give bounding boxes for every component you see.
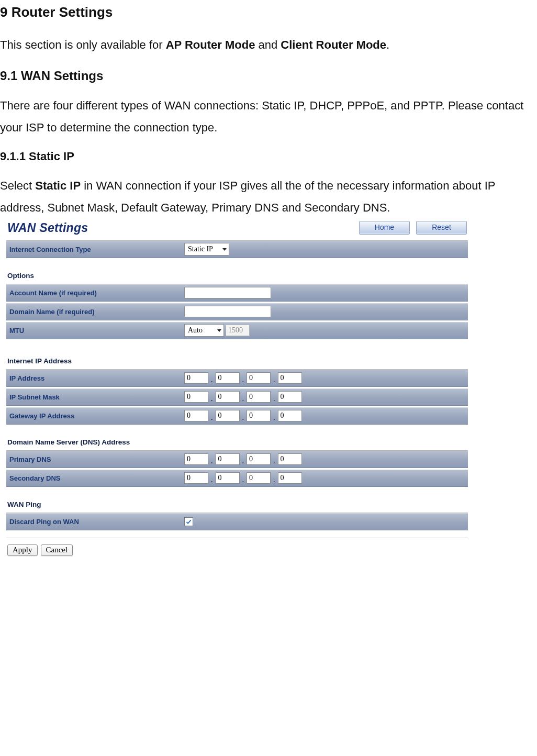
ip-octet-input[interactable] — [278, 372, 302, 384]
section-internet-ip: Internet IP Address — [7, 357, 468, 365]
apply-button[interactable]: Apply — [7, 544, 38, 556]
ip-octet-input[interactable] — [184, 372, 208, 384]
pdns-octet-input[interactable] — [247, 453, 271, 465]
text-bold: AP Router Mode — [166, 38, 255, 51]
dot: . — [210, 457, 214, 465]
sdns-octet-input[interactable] — [278, 472, 302, 484]
label-account-name: Account Name (if required) — [9, 289, 184, 297]
row-ip-address: IP Address . . . — [6, 370, 468, 387]
reset-button[interactable]: Reset — [416, 221, 467, 235]
select-value: Auto — [188, 326, 203, 335]
domain-name-input[interactable] — [184, 306, 271, 317]
row-gateway: Gateway IP Address . . . — [6, 407, 468, 425]
wan-paragraph: There are four different types of WAN co… — [0, 95, 537, 139]
mask-octet-input[interactable] — [247, 391, 271, 403]
dot: . — [272, 414, 276, 422]
row-connection-type: Internet Connection Type Static IP — [6, 241, 468, 258]
text: . — [386, 38, 389, 51]
mask-octet-input[interactable] — [184, 391, 208, 403]
dot: . — [272, 395, 276, 403]
section-dns: Domain Name Server (DNS) Address — [7, 438, 468, 446]
mtu-value-input[interactable] — [226, 325, 250, 336]
gateway-octet-input[interactable] — [216, 410, 240, 421]
pdns-octet-input[interactable] — [184, 453, 208, 465]
text-bold: Client Router Mode — [281, 38, 386, 51]
pdns-octet-input[interactable] — [278, 453, 302, 465]
section-options: Options — [7, 272, 468, 280]
label-discard-ping: Discard Ping on WAN — [9, 518, 184, 526]
chevron-down-icon — [217, 329, 221, 332]
heading-1: 9 Router Settings — [0, 4, 537, 20]
discard-ping-checkbox[interactable] — [184, 517, 193, 526]
label-ip-address: IP Address — [9, 374, 184, 382]
dot: . — [272, 457, 276, 465]
check-icon — [186, 519, 192, 525]
row-account-name: Account Name (if required) — [6, 284, 468, 302]
sdns-octet-input[interactable] — [247, 472, 271, 484]
row-subnet-mask: IP Subnet Mask . . . — [6, 388, 468, 406]
dot: . — [210, 476, 214, 484]
heading-3: 9.1.1 Static IP — [0, 150, 537, 163]
label-mtu: MTU — [9, 327, 184, 335]
dot: . — [241, 457, 245, 465]
dot: . — [210, 395, 214, 403]
static-ip-paragraph: Select Static IP in WAN connection if yo… — [0, 175, 537, 219]
select-value: Static IP — [188, 245, 213, 253]
divider — [6, 538, 468, 538]
dot: . — [272, 476, 276, 484]
mask-octet-input[interactable] — [278, 391, 302, 403]
row-discard-ping: Discard Ping on WAN — [6, 513, 468, 530]
label-gateway: Gateway IP Address — [9, 412, 184, 420]
ip-octet-input[interactable] — [216, 372, 240, 384]
section-wan-ping: WAN Ping — [7, 501, 468, 508]
gateway-octet-input[interactable] — [184, 410, 208, 421]
dot: . — [272, 376, 276, 384]
intro-paragraph: This section is only available for AP Ro… — [0, 34, 537, 56]
dot: . — [241, 376, 245, 384]
row-domain-name: Domain Name (if required) — [6, 303, 468, 320]
gateway-octet-input[interactable] — [278, 410, 302, 421]
text-bold: Static IP — [35, 179, 81, 192]
text: This section is only available for — [0, 38, 166, 51]
gateway-octet-input[interactable] — [247, 410, 271, 421]
text: and — [255, 38, 281, 51]
connection-type-select[interactable]: Static IP — [184, 243, 229, 255]
text: Select — [0, 179, 35, 192]
dot: . — [241, 476, 245, 484]
row-primary-dns: Primary DNS . . . — [6, 451, 468, 468]
mtu-mode-select[interactable]: Auto — [184, 324, 224, 337]
sdns-octet-input[interactable] — [184, 472, 208, 484]
cancel-button[interactable]: Cancel — [41, 544, 73, 556]
row-mtu: MTU Auto — [6, 322, 468, 339]
mask-octet-input[interactable] — [216, 391, 240, 403]
wan-settings-screenshot: WAN Settings Home Reset Internet Connect… — [6, 220, 468, 556]
account-name-input[interactable] — [184, 287, 271, 298]
heading-2: 9.1 WAN Settings — [0, 69, 537, 83]
label-primary-dns: Primary DNS — [9, 455, 184, 463]
dot: . — [210, 376, 214, 384]
dot: . — [241, 395, 245, 403]
label-subnet-mask: IP Subnet Mask — [9, 393, 184, 401]
chevron-down-icon — [222, 248, 227, 251]
sdns-octet-input[interactable] — [216, 472, 240, 484]
label-domain-name: Domain Name (if required) — [9, 308, 184, 316]
home-button[interactable]: Home — [359, 221, 410, 235]
label-connection-type: Internet Connection Type — [9, 246, 184, 253]
row-secondary-dns: Secondary DNS . . . — [6, 470, 468, 487]
panel-title: WAN Settings — [7, 221, 88, 235]
pdns-octet-input[interactable] — [216, 453, 240, 465]
label-secondary-dns: Secondary DNS — [9, 474, 184, 482]
ip-octet-input[interactable] — [247, 372, 271, 384]
dot: . — [241, 414, 245, 422]
dot: . — [210, 414, 214, 422]
